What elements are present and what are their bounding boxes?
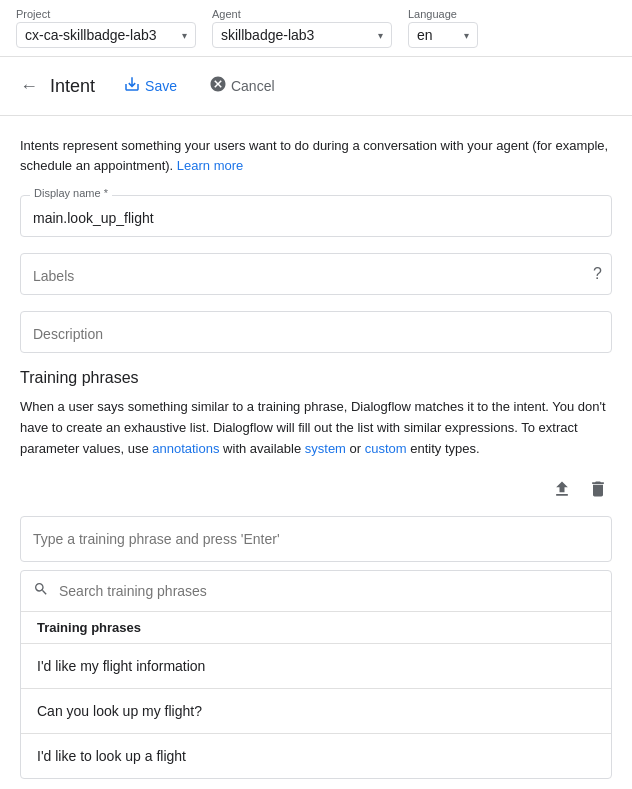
display-name-field-group: Display name *: [20, 195, 612, 237]
delete-icon: [588, 479, 608, 499]
agent-label: Agent: [212, 8, 392, 20]
training-section-desc: When a user says something similar to a …: [20, 397, 612, 459]
save-button[interactable]: Save: [111, 69, 189, 103]
phrase-text: Can you look up my flight?: [37, 703, 202, 719]
help-icon[interactable]: ?: [593, 265, 602, 283]
upload-icon: [552, 479, 572, 499]
learn-more-link[interactable]: Learn more: [177, 158, 243, 173]
project-chevron-down-icon: ▾: [182, 30, 187, 41]
list-item[interactable]: Can you look up my flight?: [21, 689, 611, 734]
save-icon: [123, 75, 141, 97]
search-row: [21, 571, 611, 612]
language-label: Language: [408, 8, 478, 20]
labels-input[interactable]: [20, 253, 612, 295]
page-title: Intent: [50, 76, 95, 97]
phrase-text: I'd like to look up a flight: [37, 748, 186, 764]
delete-button[interactable]: [584, 475, 612, 508]
system-link[interactable]: system: [305, 441, 346, 456]
agent-value: skillbadge-lab3: [221, 27, 374, 43]
labels-field-group: ?: [20, 253, 612, 295]
annotations-link[interactable]: annotations: [152, 441, 219, 456]
project-select-group: Project cx-ca-skillbadge-lab3 ▾: [16, 8, 196, 48]
display-name-input[interactable]: [20, 195, 612, 237]
description-field-group: [20, 311, 612, 353]
search-icon: [33, 581, 49, 601]
upload-button[interactable]: [548, 475, 576, 508]
training-phrase-input[interactable]: [20, 516, 612, 562]
main-content: Intents represent something your users w…: [0, 116, 632, 789]
top-bar: Project cx-ca-skillbadge-lab3 ▾ Agent sk…: [0, 0, 632, 57]
project-select[interactable]: cx-ca-skillbadge-lab3 ▾: [16, 22, 196, 48]
cancel-button[interactable]: Cancel: [197, 69, 287, 103]
language-value: en: [417, 27, 460, 43]
phrase-text: I'd like my flight information: [37, 658, 205, 674]
language-select[interactable]: en ▾: [408, 22, 478, 48]
intent-header: ← Intent Save Cancel: [0, 57, 632, 116]
agent-select-group: Agent skillbadge-lab3 ▾: [212, 8, 392, 48]
back-button[interactable]: ←: [20, 76, 38, 97]
search-input[interactable]: [59, 583, 599, 599]
list-item[interactable]: I'd like my flight information: [21, 644, 611, 689]
custom-link[interactable]: custom: [365, 441, 407, 456]
list-header: Training phrases: [21, 612, 611, 644]
info-text: Intents represent something your users w…: [20, 136, 612, 175]
language-select-group: Language en ▾: [408, 8, 478, 48]
training-phrase-list-container: Training phrases I'd like my flight info…: [20, 570, 612, 779]
description-input[interactable]: [20, 311, 612, 353]
save-label: Save: [145, 78, 177, 94]
agent-select[interactable]: skillbadge-lab3 ▾: [212, 22, 392, 48]
project-value: cx-ca-skillbadge-lab3: [25, 27, 178, 43]
training-section-title: Training phrases: [20, 369, 612, 387]
display-name-label: Display name *: [30, 187, 112, 199]
cancel-label: Cancel: [231, 78, 275, 94]
project-label: Project: [16, 8, 196, 20]
training-toolbar: [20, 475, 612, 508]
agent-chevron-down-icon: ▾: [378, 30, 383, 41]
language-chevron-down-icon: ▾: [464, 30, 469, 41]
list-item[interactable]: I'd like to look up a flight: [21, 734, 611, 778]
cancel-icon: [209, 75, 227, 97]
training-section: Training phrases When a user says someth…: [20, 369, 612, 779]
